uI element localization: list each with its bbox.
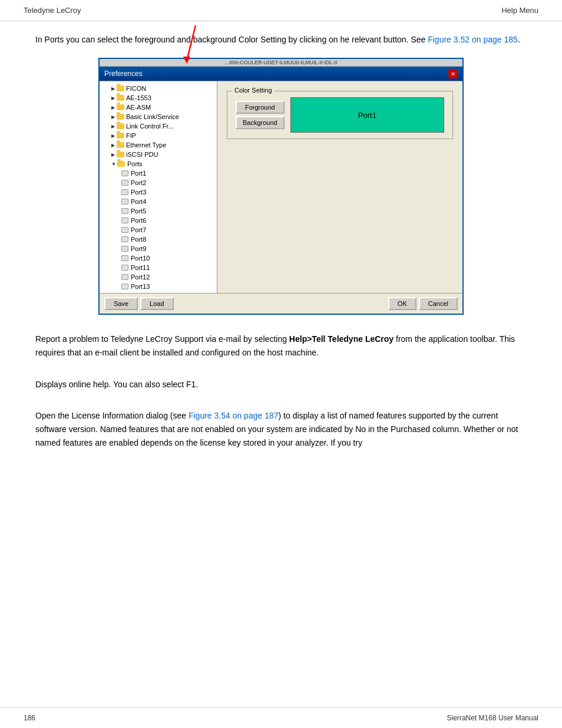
page-content: In Ports you can select the foreground a… — [0, 21, 562, 479]
header-right: Help Menu — [501, 6, 538, 15]
page-footer: 186 SierraNet M168 User Manual — [0, 707, 562, 728]
color-setting-row: Forground Background Port1 — [236, 97, 444, 133]
load-button[interactable]: Load — [140, 297, 173, 310]
tree-item-basiclink[interactable]: ▶ Basic Link/Service — [100, 112, 217, 121]
help-paragraph: Displays online help. You can also selec… — [35, 378, 527, 391]
license-figure-link[interactable]: Figure 3.54 on page 187 — [189, 411, 279, 420]
tree-item-port8[interactable]: Port8 — [100, 235, 217, 244]
tree-arrow-ports: ▼ — [111, 162, 116, 167]
tree-label-iscsi: iSCSI PDU — [126, 151, 158, 158]
port-icon-12 — [121, 273, 129, 281]
tree-item-iscsi[interactable]: ▶ iSCSI PDU — [100, 150, 217, 159]
tree-label-port5: Port5 — [131, 207, 146, 215]
port-icon-5 — [121, 207, 129, 215]
preferences-dialog: ...IIIIII-COULER-UDET-ILMUUII-ILMUIL-II-… — [98, 58, 464, 315]
dialog-body: ▶ FICON ▶ AE-1553 ▶ AE-ASM — [100, 81, 462, 293]
tree-item-ficon[interactable]: ▶ FICON — [100, 84, 217, 93]
red-arrow-annotation — [175, 22, 210, 64]
tree-arrow-fip: ▶ — [111, 133, 115, 139]
license-section: Open the License Information dialog (see… — [35, 409, 527, 450]
tree-label-port11: Port11 — [131, 264, 150, 271]
license-paragraph: Open the License Information dialog (see… — [35, 409, 527, 450]
save-button[interactable]: Save — [104, 297, 138, 310]
preferences-tree[interactable]: ▶ FICON ▶ AE-1553 ▶ AE-ASM — [100, 81, 217, 293]
tree-label-port8: Port8 — [131, 236, 146, 243]
tree-item-port6[interactable]: Port6 — [100, 216, 217, 225]
tree-item-port10[interactable]: Port10 — [100, 253, 217, 263]
dialog-footer-left: Save Load — [104, 297, 174, 310]
license-text-before: Open the License Information dialog (see — [35, 411, 189, 420]
tree-label-port13: Port13 — [131, 283, 150, 290]
tree-label-port1: Port1 — [131, 170, 146, 177]
svg-marker-1 — [183, 57, 190, 64]
page-header: Teledyne LeCroy Help Menu — [0, 0, 562, 21]
tree-item-ae1553[interactable]: ▶ AE-1553 — [100, 93, 217, 103]
tree-label-ficon: FICON — [126, 85, 146, 92]
background-button[interactable]: Background — [236, 116, 285, 129]
folder-icon-ae1553 — [116, 94, 124, 102]
tree-item-port13[interactable]: Port13 — [100, 282, 217, 291]
tree-item-port12[interactable]: Port12 — [100, 272, 217, 282]
color-buttons: Forground Background — [236, 101, 285, 129]
ok-button[interactable]: OK — [388, 297, 416, 310]
folder-icon-ports — [117, 160, 125, 168]
tree-arrow-iscsi: ▶ — [111, 152, 115, 157]
tree-label-port3: Port3 — [131, 189, 146, 196]
tree-label-port9: Port9 — [131, 245, 146, 252]
figure-link[interactable]: Figure 3.52 on page 185 — [428, 35, 518, 44]
tree-label-port6: Port6 — [131, 217, 146, 224]
tree-item-port5[interactable]: Port5 — [100, 206, 217, 216]
folder-icon-linkcontrol — [116, 122, 124, 130]
intro-text-before: In Ports you can select the foreground a… — [35, 35, 428, 44]
port-icon-10 — [121, 254, 129, 262]
color-setting-group: Color Setting Forground Background Port1 — [227, 91, 453, 139]
tree-label-ports: Ports — [127, 160, 143, 167]
tree-item-ports[interactable]: ▼ Ports — [100, 159, 217, 169]
tree-label-port12: Port12 — [131, 274, 150, 281]
tree-item-port2[interactable]: Port2 — [100, 178, 217, 187]
tree-item-port7[interactable]: Port7 — [100, 225, 217, 235]
intro-text-after: . — [518, 35, 520, 44]
folder-icon-iscsi — [116, 150, 124, 159]
svg-line-0 — [187, 25, 196, 61]
dialog-close-button[interactable]: ✕ — [448, 69, 458, 78]
port-icon-13 — [121, 282, 129, 291]
dialog-title: Preferences — [104, 70, 143, 78]
report-text-before: Report a problem to Teledyne LeCroy Supp… — [35, 334, 289, 344]
dialog-titlebar: Preferences ✕ — [100, 67, 462, 81]
tree-arrow-ae1553: ▶ — [111, 95, 115, 101]
footer-page-number: 186 — [24, 714, 35, 722]
tree-item-port3[interactable]: Port3 — [100, 187, 217, 197]
intro-paragraph: In Ports you can select the foreground a… — [35, 33, 527, 46]
port-icon-14 — [121, 292, 129, 293]
tree-label-basiclink: Basic Link/Service — [126, 113, 179, 120]
folder-icon-ethernet — [116, 141, 124, 149]
port-icon-11 — [121, 263, 129, 272]
folder-icon-aeasm — [116, 103, 124, 111]
foreground-button[interactable]: Forground — [236, 101, 285, 114]
tree-label-port2: Port2 — [131, 179, 146, 186]
tree-item-aeasm[interactable]: ▶ AE-ASM — [100, 103, 217, 112]
tree-item-ethernet[interactable]: ▶ Ethernet Type — [100, 140, 217, 150]
tree-label-port7: Port7 — [131, 226, 146, 233]
port-icon-2 — [121, 179, 129, 187]
tree-item-linkcontrol[interactable]: ▶ Link Control Fr... — [100, 121, 217, 131]
tree-label-port4: Port4 — [131, 198, 146, 205]
port-icon-3 — [121, 188, 129, 196]
tree-label-port14: Port14 — [131, 292, 150, 293]
folder-icon-ficon — [116, 84, 124, 93]
tree-item-port9[interactable]: Port9 — [100, 244, 217, 253]
tree-item-port1[interactable]: Port1 — [100, 169, 217, 178]
port-icon-9 — [121, 245, 129, 253]
tree-item-port14[interactable]: Port14 — [100, 291, 217, 293]
tree-item-fip[interactable]: ▶ FIP — [100, 131, 217, 140]
report-paragraph: Report a problem to Teledyne LeCroy Supp… — [35, 332, 527, 360]
cancel-button[interactable]: Cancel — [419, 297, 458, 310]
tree-arrow-aeasm: ▶ — [111, 105, 115, 110]
tree-label-port10: Port10 — [131, 255, 150, 262]
port-icon-1 — [121, 169, 129, 177]
port-icon-8 — [121, 235, 129, 243]
tree-item-port4[interactable]: Port4 — [100, 197, 217, 206]
tree-item-port11[interactable]: Port11 — [100, 263, 217, 272]
tree-label-linkcontrol: Link Control Fr... — [126, 123, 174, 130]
